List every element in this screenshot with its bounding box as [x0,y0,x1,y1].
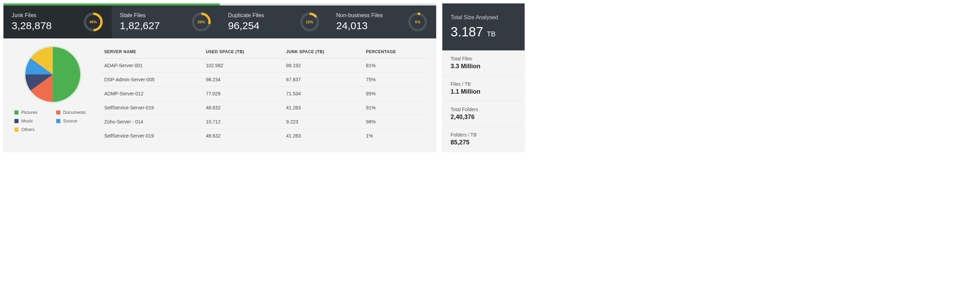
main-panel: Junk Files 3,28,878 49% Stale Files 1,82… [3,3,436,151]
stat-value: 24,013 [336,20,383,32]
table-cell: 71.534 [283,87,363,101]
stat-card-stale-files[interactable]: Stale Files 1,82,627 29% [112,5,220,38]
info-card: Total Files 3.3 Million [442,50,525,76]
total-size-card: Total Size Analysed 3.187 TB [442,3,525,50]
donut-chart: 5% [407,12,428,32]
table-header: PERCENTAGE [363,45,428,59]
stats-row: Junk Files 3,28,878 49% Stale Files 1,82… [3,5,436,38]
table-cell: DSP-Admin-Server-005 [101,73,202,87]
table-cell: 41.263 [283,101,363,115]
table-row[interactable]: SelfService-Server-01948.63241.26391% [101,101,428,115]
legend-swatch [14,119,19,123]
stat-value: 1,82,627 [120,20,160,32]
stat-value: 96,254 [228,20,264,32]
server-table: SERVER NAMEUSED SPACE (TB)JUNK SPACE (TB… [101,45,428,143]
legend-item: Source [56,118,91,123]
info-value: 85,275 [450,139,516,146]
table-cell: Zoho-Server - 014 [101,115,202,129]
stat-card-duplicate-files[interactable]: Duplicate Files 96,254 15% [220,5,328,38]
pie-legend: PicturesDocumentsMusicSourceOthers [12,110,94,132]
legend-item: Documents [56,110,91,115]
table-cell: ADAP-Server-001 [101,59,202,73]
legend-swatch [56,119,60,123]
table-cell: SelfService-Server-019 [101,101,202,115]
table-cell: 81% [363,59,428,73]
donut-percent: 15% [305,20,313,24]
table-row[interactable]: SelfService-Server-01948.63241.2631% [101,129,428,143]
legend-label: Source [63,118,77,123]
stat-label: Junk Files [12,12,52,19]
table-cell: 48.632 [202,129,283,143]
stat-card-junk-files[interactable]: Junk Files 3,28,878 49% [3,5,112,38]
total-size-label: Total Size Analysed [450,14,516,21]
table-cell: 98% [363,115,428,129]
legend-swatch [56,110,60,115]
table-cell: 75% [363,73,428,87]
stat-label: Duplicate Files [228,12,264,19]
info-label: Total Folders [450,107,516,112]
table-cell: 1% [363,129,428,143]
stat-card-non-business-files[interactable]: Non-business Files 24,013 5% [328,5,436,38]
info-value: 1.1 Million [450,88,516,96]
pie-chart [24,45,82,103]
table-cell: 10.712 [202,115,283,129]
info-label: Folders / TB [450,132,516,137]
table-header: USED SPACE (TB) [202,45,283,59]
donut-chart: 29% [191,12,212,32]
legend-label: Pictures [21,110,37,115]
table-cell: 91% [363,101,428,115]
table-cell: 48.632 [202,101,283,115]
donut-percent: 49% [89,20,97,24]
donut-chart: 49% [83,12,103,32]
table-row[interactable]: ADMP-Server-01277.02971.53495% [101,87,428,101]
donut-chart: 15% [299,12,320,32]
info-value: 3.3 Million [450,63,516,70]
table-cell: SelfService-Server-019 [101,129,202,143]
legend-label: Documents [63,110,86,115]
legend-label: Others [21,127,35,132]
table-cell: ADMP-Server-012 [101,87,202,101]
table-row[interactable]: Zoho-Server - 01410.7129.22398% [101,115,428,129]
legend-swatch [14,127,19,132]
info-card: Folders / TB 85,275 [442,127,525,151]
table-cell: 77.029 [202,87,283,101]
legend-item: Others [14,127,49,132]
table-cell: 41.263 [283,129,363,143]
legend-swatch [14,110,19,115]
legend-label: Music [21,118,33,123]
info-value: 2,40,376 [450,113,516,121]
server-table-section: SERVER NAMEUSED SPACE (TB)JUNK SPACE (TB… [101,45,428,143]
table-cell: 67.837 [283,73,363,87]
stat-label: Stale Files [120,12,160,19]
side-panel: Total Size Analysed 3.187 TB Total Files… [442,3,525,151]
pie-section: PicturesDocumentsMusicSourceOthers [12,45,94,143]
stat-value: 3,28,878 [12,20,52,32]
donut-percent: 5% [415,20,420,24]
table-row[interactable]: DSP-Admin-Server-00598.23467.83775% [101,73,428,87]
table-cell: 9.223 [283,115,363,129]
table-header: JUNK SPACE (TB) [283,45,363,59]
donut-percent: 29% [197,20,205,24]
info-label: Total Files [450,56,516,61]
info-label: Files / TB [450,81,516,87]
stat-label: Non-business Files [336,12,383,19]
table-cell: 95% [363,87,428,101]
info-card: Total Folders 2,40,376 [442,101,525,127]
table-cell: 102.982 [202,59,283,73]
table-cell: 89.192 [283,59,363,73]
table-row[interactable]: ADAP-Server-001102.98289.19281% [101,59,428,73]
table-header: SERVER NAME [101,45,202,59]
total-size-value: 3.187 TB [450,25,516,40]
legend-item: Music [14,118,49,123]
legend-item: Pictures [14,110,49,115]
table-cell: 98.234 [202,73,283,87]
info-card: Files / TB 1.1 Million [442,76,525,101]
